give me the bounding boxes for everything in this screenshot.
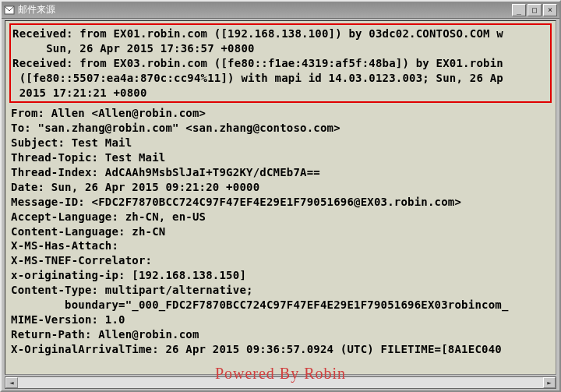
scroll-right-button[interactable]: ► xyxy=(543,377,556,388)
accept-language-header: Accept-Language: zh-CN, en-US xyxy=(11,210,552,224)
mail-header-body: From: Allen <Allen@robin.com> To: "san.z… xyxy=(9,106,552,356)
content-language-header: Content-Language: zh-CN xyxy=(11,224,552,239)
subject-header: Subject: Test Mail xyxy=(11,136,552,150)
to-header: To: "san.zhang@robin.com" <san.zhang@con… xyxy=(11,121,552,136)
received-line-3: Received: from EX03.robin.com ([fe80::f1… xyxy=(12,56,549,71)
has-attach-header: X-MS-Has-Attach: xyxy=(11,238,552,253)
content-type-header: Content-Type: multipart/alternative; xyxy=(11,283,552,298)
received-line-2: Sun, 26 Apr 2015 17:36:57 +0800 xyxy=(12,41,549,56)
maximize-button[interactable]: □ xyxy=(527,4,542,16)
original-arrival-time-header: X-OriginalArrivalTime: 26 Apr 2015 09:36… xyxy=(11,342,552,357)
from-header: From: Allen <Allen@robin.com> xyxy=(11,106,552,121)
mime-version-header: MIME-Version: 1.0 xyxy=(11,313,552,327)
minimize-button[interactable]: _ xyxy=(512,4,526,16)
app-icon xyxy=(4,5,15,16)
window-controls: _ □ × xyxy=(512,4,557,16)
received-line-5: 2015 17:21:21 +0800 xyxy=(12,86,549,101)
return-path-header: Return-Path: Allen@robin.com xyxy=(11,327,552,342)
thread-topic-header: Thread-Topic: Test Mail xyxy=(11,150,552,165)
tnef-correlator-header: X-MS-TNEF-Correlator: xyxy=(11,253,552,268)
window-title: 邮件来源 xyxy=(18,3,512,16)
originating-ip-header: x-originating-ip: [192.168.138.150] xyxy=(11,268,552,283)
mail-source-window: 邮件来源 _ □ × Received: from EX01.robin.com… xyxy=(0,0,561,392)
mail-headers-viewer[interactable]: Received: from EX01.robin.com ([192.168.… xyxy=(5,20,556,375)
title-bar[interactable]: 邮件来源 _ □ × xyxy=(2,2,559,19)
close-button[interactable]: × xyxy=(543,4,557,16)
horizontal-scrollbar[interactable]: ◄ ► xyxy=(5,376,556,389)
scroll-track[interactable] xyxy=(18,377,543,388)
received-headers-highlight: Received: from EX01.robin.com ([192.168.… xyxy=(9,23,552,103)
boundary-header: boundary="_000_FDC2F7870BCC724C97F47EF4E… xyxy=(11,298,552,313)
received-line-1: Received: from EX01.robin.com ([192.168.… xyxy=(12,26,549,41)
thread-index-header: Thread-Index: AdCAAh9MsbSlJaI+T9G2KY/dCM… xyxy=(11,165,552,180)
scroll-left-button[interactable]: ◄ xyxy=(5,377,18,388)
date-header: Date: Sun, 26 Apr 2015 09:21:20 +0000 xyxy=(11,180,552,195)
received-line-4: ([fe80::5507:ea4a:870c:cc94%11]) with ma… xyxy=(12,71,549,86)
message-id-header: Message-ID: <FDC2F7870BCC724C97F47EF4E29… xyxy=(11,195,552,210)
